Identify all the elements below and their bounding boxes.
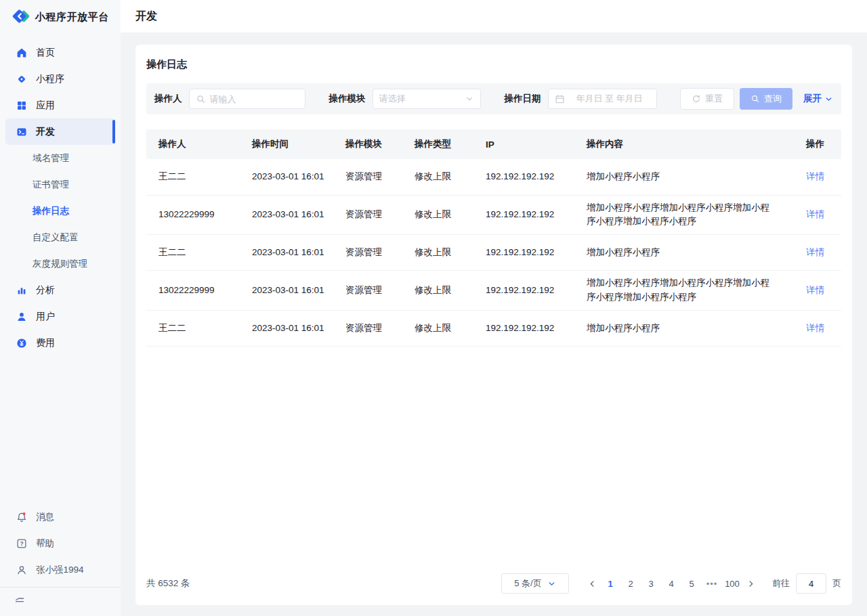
table-row: 王二二 2023-03-01 16:01 资源管理 修改上限 192.192.1… <box>146 311 841 347</box>
cell-ip: 192.192.192.192 <box>473 271 574 311</box>
sidebar-item-label: 消息 <box>36 511 54 523</box>
detail-link[interactable]: 详情 <box>806 247 824 257</box>
page-number[interactable]: 100 <box>724 574 740 593</box>
cell-operator: 13022229999 <box>146 195 240 235</box>
cell-type: 修改上限 <box>402 159 473 195</box>
sidebar-subitem-domain[interactable]: 域名管理 <box>0 145 121 171</box>
sidebar-item-label: 用户 <box>36 311 55 323</box>
cell-content: 增加小程序小程序 <box>574 311 794 347</box>
brand-logo-icon <box>12 8 30 26</box>
col-ip: IP <box>473 129 574 159</box>
active-indicator <box>112 120 115 144</box>
sidebar-subitem-certificate[interactable]: 证书管理 <box>0 171 121 198</box>
col-action: 操作 <box>794 129 841 159</box>
cell-operator: 王二二 <box>146 159 240 195</box>
sidebar-item-label: 应用 <box>36 100 55 112</box>
sidebar-item-billing[interactable]: 费用 <box>0 330 115 356</box>
page-title: 开发 <box>135 9 157 24</box>
cell-ip: 192.192.192.192 <box>473 311 574 347</box>
col-content: 操作内容 <box>574 129 794 159</box>
chevron-down-icon <box>465 94 474 104</box>
sidebar-subitem-gray-rules[interactable]: 灰度规则管理 <box>0 250 121 277</box>
page-size-value: 5 条/页 <box>514 577 541 590</box>
sidebar-item-home[interactable]: 首页 <box>0 39 115 66</box>
cell-module: 资源管理 <box>333 195 402 235</box>
sidebar-item-label: 帮助 <box>36 537 54 550</box>
detail-link[interactable]: 详情 <box>806 171 824 181</box>
page-number[interactable]: 2 <box>622 574 639 593</box>
cell-module: 资源管理 <box>333 159 402 195</box>
col-type: 操作类型 <box>402 129 473 159</box>
cell-time: 2023-03-01 16:01 <box>240 195 333 235</box>
help-icon: ? <box>16 538 27 549</box>
sidebar-item-help[interactable]: ? 帮助 <box>0 530 115 556</box>
sidebar-item-apps[interactable]: 应用 <box>0 92 115 118</box>
sidebar-footer: 消息 ? 帮助 张小强1994 <box>0 504 121 616</box>
date-range-placeholder: 年月日 至 年月日 <box>569 93 650 105</box>
operator-search-input[interactable] <box>189 89 305 109</box>
col-operator: 操作人 <box>146 129 240 159</box>
empty-space <box>146 347 841 573</box>
cell-type: 修改上限 <box>402 235 473 271</box>
operator-input-field[interactable] <box>210 94 299 104</box>
terminal-icon <box>16 127 27 137</box>
next-page-button[interactable] <box>742 574 759 593</box>
sidebar-item-develop[interactable]: 开发 <box>5 118 115 145</box>
cell-type: 修改上限 <box>402 311 473 347</box>
page-number[interactable]: 5 <box>683 574 700 593</box>
cell-type: 修改上限 <box>402 195 473 235</box>
sidebar-subitem-operation-log[interactable]: 操作日志 <box>0 198 121 224</box>
more-pages-ellipsis[interactable]: ••• <box>704 574 720 593</box>
collapse-sidebar-button[interactable] <box>0 588 121 613</box>
sidebar-subitem-label: 自定义配置 <box>33 232 79 244</box>
cell-module: 资源管理 <box>333 235 402 271</box>
topbar: 开发 <box>121 0 867 32</box>
calendar-icon <box>555 94 565 104</box>
cell-time: 2023-03-01 16:01 <box>240 271 333 311</box>
main-area: 开发 操作日志 操作人 操作模块 请选择 <box>121 0 867 616</box>
sidebar-item-messages[interactable]: 消息 <box>0 504 115 530</box>
page-number[interactable]: 4 <box>663 574 679 593</box>
cell-content: 增加小程序小程序增加小程序小程序增加小程序小程序增加小程序小程序 <box>574 271 794 311</box>
table-row: 13022229999 2023-03-01 16:01 资源管理 修改上限 1… <box>146 195 841 235</box>
page-number[interactable]: 3 <box>643 574 659 593</box>
detail-link[interactable]: 详情 <box>806 285 824 295</box>
sidebar-item-label: 费用 <box>36 337 55 349</box>
table-row: 王二二 2023-03-01 16:01 资源管理 修改上限 192.192.1… <box>146 159 841 195</box>
prev-page-button[interactable] <box>584 574 600 593</box>
cell-time: 2023-03-01 16:01 <box>240 235 333 271</box>
search-button[interactable]: 查询 <box>740 88 792 110</box>
diamond-icon <box>16 74 27 85</box>
goto-label: 前往 <box>772 577 790 590</box>
chevron-down-icon <box>547 579 556 588</box>
reset-button[interactable]: 重置 <box>680 88 734 110</box>
total-count: 共 6532 条 <box>146 577 190 590</box>
sidebar-item-analysis[interactable]: 分析 <box>0 277 115 303</box>
date-range-picker[interactable]: 年月日 至 年月日 <box>548 89 657 109</box>
person-icon <box>16 565 27 575</box>
yuan-icon <box>16 338 27 349</box>
sidebar-item-users[interactable]: 用户 <box>0 303 115 330</box>
module-select-placeholder: 请选择 <box>379 93 406 105</box>
table-header: 操作人 操作时间 操作模块 操作类型 IP 操作内容 操作 <box>146 129 841 159</box>
cell-type: 修改上限 <box>402 271 473 311</box>
sidebar-item-account[interactable]: 张小强1994 <box>0 556 115 583</box>
expand-filters-toggle[interactable]: 展开 <box>803 93 833 105</box>
brand-title: 小程序开放平台 <box>35 11 109 24</box>
sidebar-subitem-label: 操作日志 <box>33 205 69 217</box>
col-time: 操作时间 <box>240 129 333 159</box>
page-number[interactable]: 1 <box>602 574 618 593</box>
reset-button-label: 重置 <box>705 93 723 105</box>
sidebar-item-label: 分析 <box>36 284 55 296</box>
goto-page-input[interactable] <box>796 573 826 594</box>
sidebar-subitem-custom-config[interactable]: 自定义配置 <box>0 224 121 250</box>
filter-bar: 操作人 操作模块 请选择 操作日期 <box>146 83 841 114</box>
module-select[interactable]: 请选择 <box>373 89 481 109</box>
detail-link[interactable]: 详情 <box>806 323 824 333</box>
page-size-select[interactable]: 5 条/页 <box>501 573 569 594</box>
sidebar-subitem-label: 证书管理 <box>33 179 69 191</box>
card-title: 操作日志 <box>146 58 841 71</box>
expand-label: 展开 <box>803 93 822 105</box>
detail-link[interactable]: 详情 <box>806 209 824 219</box>
sidebar-item-miniprogram[interactable]: 小程序 <box>0 66 115 92</box>
